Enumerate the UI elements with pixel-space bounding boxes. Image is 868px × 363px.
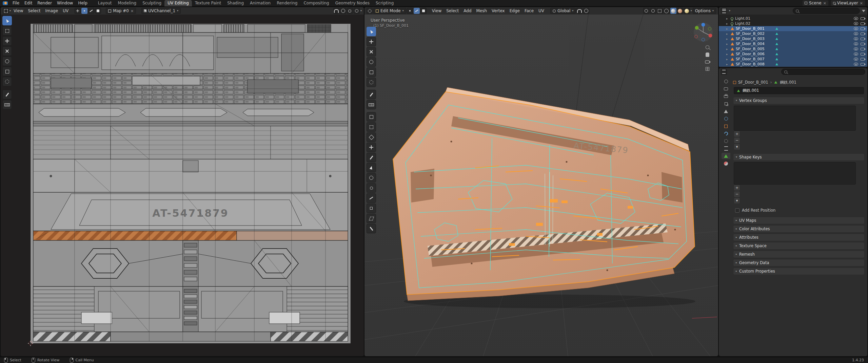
- shading-wireframe-button[interactable]: [664, 8, 670, 14]
- outliner-row-light-02[interactable]: ▸ Light.02: [719, 21, 867, 26]
- shading-rendered-button[interactable]: [684, 8, 690, 14]
- scene-unlink-icon[interactable]: ×: [823, 1, 826, 5]
- uv-menu-view[interactable]: View: [12, 7, 25, 14]
- menu-help[interactable]: Help: [76, 0, 90, 6]
- viewlayer-unlink-icon[interactable]: ×: [860, 1, 863, 5]
- uv-map-selector[interactable]: UVChannel_1 ▾: [141, 8, 181, 14]
- expand-icon[interactable]: ▸: [726, 37, 729, 41]
- mode-selector[interactable]: Edit Mode ▾: [373, 8, 406, 14]
- outliner-row-door-006[interactable]: ▸ SF_Door_B_006: [719, 51, 867, 57]
- workspace-tab-geometry-nodes[interactable]: Geometry Nodes: [332, 0, 373, 6]
- disable-render-icon[interactable]: [861, 63, 865, 66]
- outliner-search-input[interactable]: [801, 8, 857, 14]
- uv-select-edge-button[interactable]: [88, 8, 94, 14]
- tool-extrude[interactable]: [367, 112, 376, 122]
- expand-icon[interactable]: ▸: [726, 32, 729, 36]
- tool-measure[interactable]: [367, 100, 376, 109]
- workspace-tab-compositing[interactable]: Compositing: [300, 0, 332, 6]
- v3d-menu-mesh[interactable]: Mesh: [474, 7, 489, 14]
- tool-cursor[interactable]: [367, 37, 376, 46]
- tool-loop-cut[interactable]: [367, 143, 376, 152]
- workspace-tab-rendering[interactable]: Rendering: [274, 0, 300, 6]
- uv-editor-type-button[interactable]: [3, 8, 9, 14]
- workspace-tab-modeling[interactable]: Modeling: [115, 0, 140, 6]
- v3d-menu-uv[interactable]: UV: [536, 7, 546, 14]
- outliner-row-door-005[interactable]: ▸ SF_Door_B_005: [719, 46, 867, 51]
- tool-inset-faces[interactable]: [367, 122, 376, 132]
- hide-viewport-icon[interactable]: [854, 52, 858, 56]
- uv-select-face-button[interactable]: [95, 8, 101, 14]
- uv-snap-button[interactable]: [333, 8, 339, 14]
- tab-object-data[interactable]: [722, 153, 730, 159]
- workspace-tab-shading[interactable]: Shading: [224, 0, 247, 6]
- add-rest-position-checkbox[interactable]: [735, 208, 739, 213]
- tab-tool[interactable]: [722, 78, 730, 85]
- hide-viewport-icon[interactable]: [854, 32, 858, 35]
- tab-view-layer[interactable]: [722, 101, 730, 107]
- expand-icon[interactable]: ▸: [726, 17, 729, 20]
- v3d-menu-view[interactable]: View: [430, 7, 443, 14]
- panel-shape-keys[interactable]: ▾ Shape Keys: [733, 153, 865, 161]
- disable-render-icon[interactable]: [861, 27, 865, 30]
- v3d-menu-add[interactable]: Add: [461, 7, 473, 14]
- door-model[interactable]: AT-5471879: [390, 87, 707, 311]
- viewport-editor-type-button[interactable]: [367, 8, 373, 14]
- uv-menu-select[interactable]: Select: [26, 7, 43, 14]
- menu-file[interactable]: File: [10, 0, 22, 6]
- tool-spin[interactable]: [367, 173, 376, 183]
- menu-edit[interactable]: Edit: [22, 0, 35, 6]
- image-datablock-selector[interactable]: Map #0 ×: [106, 8, 136, 14]
- panel-texture-space[interactable]: ▸ Texture Space: [733, 242, 865, 250]
- disable-render-icon[interactable]: [861, 43, 865, 45]
- add-shape-key-button[interactable]: +: [734, 185, 740, 191]
- panel-remesh[interactable]: ▸ Remesh: [733, 251, 865, 258]
- breadcrumb-object[interactable]: SF_Door_B_001: [738, 80, 768, 85]
- tool-rotate[interactable]: [367, 57, 376, 67]
- outliner-row-light-01[interactable]: ▸ Light.01: [719, 16, 867, 21]
- expand-icon[interactable]: ▸: [726, 52, 729, 56]
- filter-icon[interactable]: [862, 10, 865, 12]
- shape-keys-list[interactable]: [734, 162, 856, 185]
- hide-viewport-icon[interactable]: [854, 47, 858, 50]
- tab-constraints[interactable]: [722, 145, 730, 152]
- disable-render-icon[interactable]: [861, 53, 865, 56]
- transform-orientation-selector[interactable]: Global ▾: [550, 8, 576, 14]
- show-gizmo-button[interactable]: [643, 8, 649, 14]
- hide-viewport-icon[interactable]: [854, 37, 858, 40]
- uv-tool-rotate[interactable]: [2, 57, 12, 66]
- tool-scale[interactable]: [367, 67, 376, 77]
- hide-viewport-icon[interactable]: [854, 27, 858, 30]
- disable-render-icon[interactable]: [861, 38, 865, 40]
- tab-scene[interactable]: [722, 108, 730, 114]
- blender-logo-icon[interactable]: [3, 1, 8, 5]
- outliner-row-door-007[interactable]: ▸ SF_Door_B_007: [719, 57, 867, 62]
- workspace-tab-animation[interactable]: Animation: [247, 0, 274, 6]
- uv-canvas[interactable]: AT-5471879: [1, 15, 364, 356]
- outliner-row-door-002[interactable]: ▸ SF_Door_B_002: [719, 31, 867, 36]
- mesh-name-field[interactable]: 鋼鉄.001: [734, 87, 864, 94]
- hide-viewport-icon[interactable]: [854, 63, 858, 66]
- proportional-edit-button[interactable]: [583, 8, 589, 14]
- menu-render[interactable]: Render: [35, 0, 54, 6]
- v3d-menu-edge[interactable]: Edge: [508, 7, 522, 14]
- uv-tool-annotate[interactable]: [2, 90, 12, 99]
- properties-editor-type-button[interactable]: [721, 69, 727, 75]
- uv-overlays-button[interactable]: [354, 8, 360, 14]
- tool-rip-region[interactable]: [367, 224, 376, 233]
- expand-icon[interactable]: ▸: [726, 42, 729, 46]
- tab-world[interactable]: [722, 115, 730, 122]
- v3d-menu-select[interactable]: Select: [444, 7, 461, 14]
- select-mode-face-button[interactable]: [420, 8, 427, 14]
- disable-render-icon[interactable]: [861, 33, 865, 35]
- tab-render[interactable]: [722, 86, 730, 92]
- expand-icon[interactable]: ▸: [726, 47, 729, 51]
- tool-annotate[interactable]: [367, 90, 376, 99]
- panel-color-attributes[interactable]: ▸ Color Attributes: [733, 225, 865, 233]
- expand-icon[interactable]: ▸: [726, 27, 729, 30]
- workspace-tab-layout[interactable]: Layout: [95, 0, 115, 6]
- uv-select-vertex-button[interactable]: [81, 8, 87, 14]
- tool-tweak[interactable]: [367, 27, 376, 36]
- select-mode-vertex-button[interactable]: [407, 8, 413, 14]
- uv-2d-cursor[interactable]: [28, 341, 33, 346]
- tool-transform[interactable]: [367, 78, 376, 87]
